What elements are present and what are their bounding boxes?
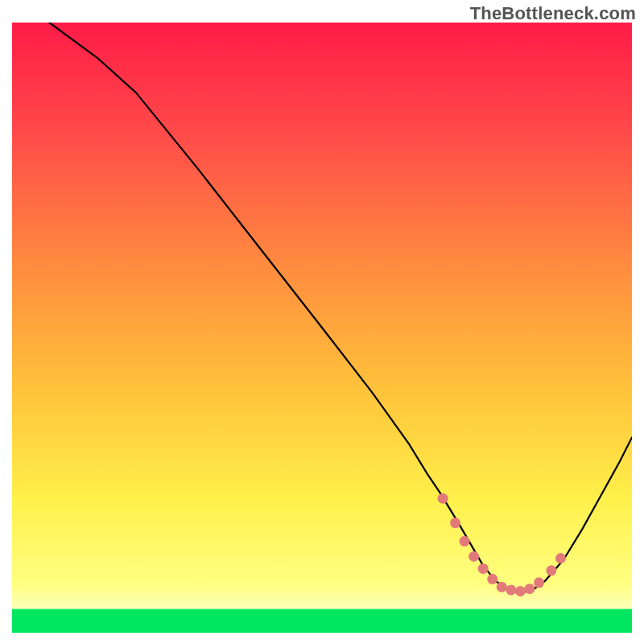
highlight-dot (478, 564, 489, 574)
watermark-text: TheBottleneck.com (470, 3, 636, 24)
highlight-dot (555, 553, 566, 564)
highlight-dot (438, 493, 448, 504)
chart-container: TheBottleneck.com (0, 0, 644, 644)
highlight-dot (487, 574, 497, 584)
highlight-dot (497, 582, 507, 592)
highlight-dot (524, 584, 535, 594)
highlight-dot (534, 577, 544, 588)
highlight-dot (450, 518, 460, 528)
highlight-dot (506, 584, 516, 595)
bottleneck-chart (12, 23, 632, 633)
highlight-dot (515, 586, 526, 597)
highlight-dot (460, 536, 470, 547)
highlight-dot (469, 551, 479, 562)
highlight-dot (546, 565, 556, 576)
